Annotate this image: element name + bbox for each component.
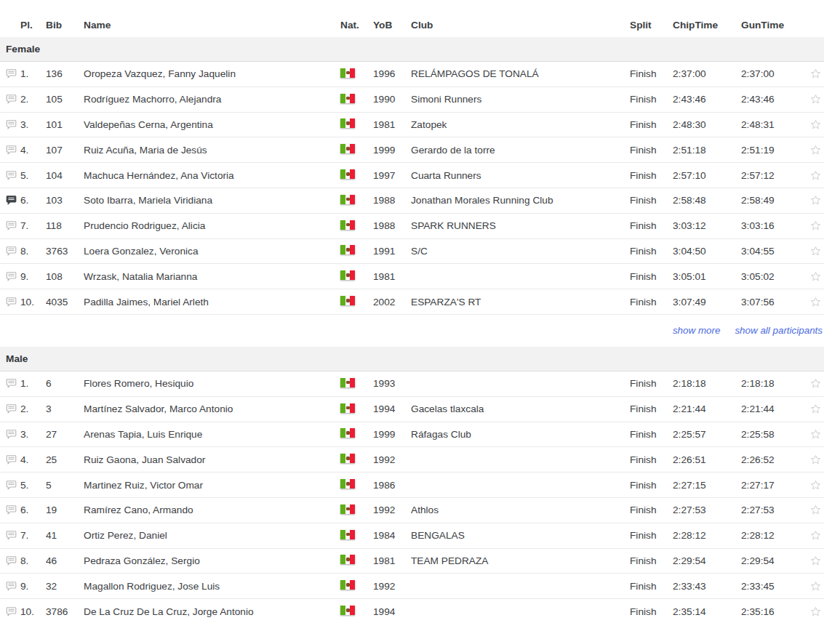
comment-bubble-icon[interactable] (6, 170, 20, 181)
favorite-star-icon[interactable] (809, 529, 822, 542)
nat-cell (340, 505, 373, 516)
name-cell[interactable]: Oropeza Vazquez, Fanny Jaquelin (84, 68, 340, 79)
star-cell[interactable] (809, 118, 824, 131)
star-cell[interactable] (809, 454, 824, 466)
star-cell[interactable] (809, 93, 824, 105)
name-cell[interactable]: Martinez Ruiz, Victor Omar (84, 480, 340, 491)
star-cell[interactable] (809, 194, 824, 206)
name-cell[interactable]: Ramírez Cano, Armando (84, 505, 340, 515)
star-cell[interactable] (809, 377, 824, 390)
comment-bubble-icon[interactable] (6, 581, 20, 592)
favorite-star-icon[interactable] (809, 118, 822, 131)
star-cell[interactable] (809, 68, 824, 80)
comment-bubble-icon[interactable] (6, 94, 20, 105)
favorite-star-icon[interactable] (809, 169, 822, 182)
name-cell[interactable]: Ortiz Perez, Daniel (84, 530, 340, 541)
bib-cell: 118 (46, 220, 84, 231)
favorite-star-icon[interactable] (809, 245, 822, 257)
favorite-star-icon[interactable] (809, 580, 822, 592)
name-cell[interactable]: Soto Ibarra, Mariela Viridiana (84, 195, 340, 206)
comment-bubble-icon[interactable] (6, 606, 20, 617)
comment-bubble-icon[interactable] (6, 555, 20, 566)
name-cell[interactable]: Pedraza González, Sergio (84, 555, 340, 566)
star-cell[interactable] (809, 606, 824, 618)
star-cell[interactable] (809, 296, 824, 308)
comment-bubble-icon[interactable] (6, 505, 20, 515)
favorite-star-icon[interactable] (809, 606, 822, 618)
name-cell[interactable]: Valdepeñas Cerna, Argentina (84, 119, 340, 130)
yob-cell: 1997 (373, 170, 411, 181)
name-cell[interactable]: Loera Gonzalez, Veronica (84, 246, 340, 257)
bib-cell: 5 (46, 480, 84, 491)
comment-bubble-icon[interactable] (6, 480, 20, 491)
favorite-star-icon[interactable] (809, 296, 822, 308)
favorite-star-icon[interactable] (809, 454, 822, 466)
club-cell: Athlos (411, 505, 630, 515)
star-cell[interactable] (809, 220, 824, 232)
chiptime-cell: 3:04:50 (673, 246, 741, 257)
favorite-star-icon[interactable] (809, 428, 822, 441)
favorite-star-icon[interactable] (809, 93, 822, 105)
name-cell[interactable]: Padilla Jaimes, Mariel Arleth (84, 297, 340, 308)
mexico-flag-icon (340, 220, 355, 230)
comment-bubble-icon[interactable] (6, 378, 20, 389)
favorite-star-icon[interactable] (809, 194, 822, 206)
favorite-star-icon[interactable] (809, 68, 822, 80)
star-cell[interactable] (809, 504, 824, 516)
name-cell[interactable]: Ruiz Acuña, Maria de Jesús (84, 145, 340, 156)
name-cell[interactable]: Martínez Salvador, Marco Antonio (84, 403, 340, 414)
favorite-star-icon[interactable] (809, 144, 822, 156)
name-cell[interactable]: Wrzask, Natalia Marianna (84, 271, 340, 282)
star-cell[interactable] (809, 403, 824, 415)
club-cell: Simoni Runners (411, 94, 630, 105)
guntime-cell: 2:43:46 (741, 94, 809, 105)
favorite-star-icon[interactable] (809, 377, 822, 390)
name-cell[interactable]: Ruiz Gaona, Juan Salvador (84, 454, 340, 465)
comment-bubble-icon[interactable] (6, 246, 20, 257)
name-cell[interactable]: Rodríguez Machorro, Alejandra (84, 94, 340, 105)
table-row: 6. 19 Ramírez Cano, Armando 1992 Athlos … (0, 498, 824, 523)
comment-bubble-icon[interactable] (6, 119, 20, 130)
favorite-star-icon[interactable] (809, 270, 822, 283)
bib-cell: 101 (46, 119, 84, 130)
name-cell[interactable]: Arenas Tapia, Luis Enrique (84, 429, 340, 440)
show-more-link[interactable]: show more (673, 325, 721, 336)
star-cell[interactable] (809, 169, 824, 182)
nat-cell (340, 68, 373, 80)
star-cell[interactable] (809, 479, 824, 491)
comment-bubble-icon[interactable] (6, 429, 20, 440)
comment-bubble-icon[interactable] (6, 145, 20, 156)
name-cell[interactable]: Prudencio Rodriguez, Alicia (84, 220, 340, 231)
yob-cell: 1996 (373, 68, 411, 79)
comment-bubble-icon[interactable] (6, 297, 20, 308)
nat-cell (340, 403, 373, 415)
comment-bubble-icon[interactable] (6, 403, 20, 414)
comment-bubble-icon[interactable] (6, 271, 20, 282)
favorite-star-icon[interactable] (809, 504, 822, 516)
star-cell[interactable] (809, 529, 824, 542)
show-all-participants-link[interactable]: show all participants (735, 325, 823, 336)
star-cell[interactable] (809, 144, 824, 156)
guntime-cell: 2:26:52 (741, 454, 809, 465)
star-cell[interactable] (809, 555, 824, 567)
name-cell[interactable]: De La Cruz De La Cruz, Jorge Antonio (84, 606, 340, 617)
name-cell[interactable]: Magallon Rodriguez, Jose Luis (84, 581, 340, 592)
favorite-star-icon[interactable] (809, 479, 822, 491)
comment-bubble-icon[interactable] (6, 454, 20, 465)
comment-bubble-icon[interactable] (6, 220, 20, 231)
star-cell[interactable] (809, 428, 824, 441)
comment-bubble-icon[interactable] (6, 195, 20, 206)
comment-bubble-icon[interactable] (6, 530, 20, 541)
name-cell[interactable]: Flores Romero, Hesiquio (84, 378, 340, 389)
favorite-star-icon[interactable] (809, 555, 822, 567)
mexico-flag-icon (340, 454, 355, 463)
comment-bubble-icon[interactable] (6, 68, 20, 79)
star-cell[interactable] (809, 580, 824, 592)
club-cell: Cuarta Runners (411, 170, 630, 181)
star-cell[interactable] (809, 245, 824, 257)
yob-cell: 1992 (373, 454, 411, 465)
favorite-star-icon[interactable] (809, 220, 822, 232)
star-cell[interactable] (809, 270, 824, 283)
name-cell[interactable]: Machuca Hernández, Ana Victoria (84, 170, 340, 181)
favorite-star-icon[interactable] (809, 403, 822, 415)
